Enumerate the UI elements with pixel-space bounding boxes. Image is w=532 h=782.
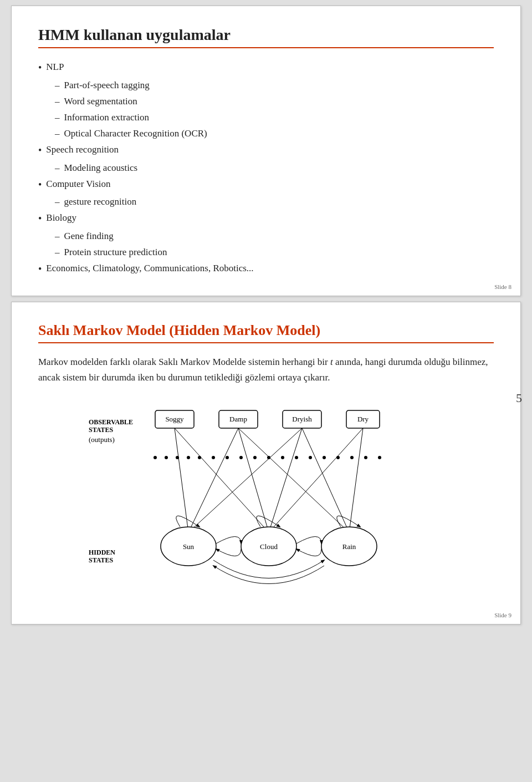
- list-item: – Information extraction: [55, 110, 494, 125]
- sun-label: Sun: [183, 542, 195, 551]
- item-label: Protein structure prediction: [64, 245, 167, 260]
- svg-point-16: [364, 456, 367, 459]
- svg-point-6: [226, 456, 229, 459]
- emission-line: [269, 428, 302, 532]
- svg-point-10: [281, 456, 284, 459]
- svg-point-3: [187, 456, 190, 459]
- list-item: – Modeling acoustics: [55, 160, 494, 176]
- content-list: • NLP – Part-of-speech tagging – Word se…: [38, 59, 494, 278]
- body-text-1: Markov modelden farklı olarak Saklı Mark…: [38, 357, 328, 367]
- svg-point-15: [350, 456, 354, 459]
- dash-icon: –: [55, 228, 60, 244]
- item-label: Computer Vision: [46, 176, 110, 192]
- dash-icon: –: [55, 126, 60, 141]
- item-label: Word segmentation: [64, 94, 137, 109]
- list-item: • Economics, Climatology, Communications…: [38, 261, 494, 278]
- svg-point-1: [165, 456, 168, 459]
- observable-label: OBSERVABLE: [89, 418, 133, 426]
- list-item: – gesture recognition: [55, 194, 494, 210]
- item-label: Economics, Climatology, Communications, …: [46, 261, 253, 276]
- rain-label: Rain: [342, 542, 356, 551]
- hmm-diagram: OBSERVABLE STATES (outputs) Soggy Damp D…: [38, 397, 494, 607]
- hmm-svg: OBSERVABLE STATES (outputs) Soggy Damp D…: [72, 397, 460, 607]
- svg-point-13: [323, 456, 326, 459]
- title-divider-2: [38, 342, 494, 343]
- item-label: NLP: [46, 59, 64, 75]
- transition-arc: [216, 549, 241, 556]
- svg-point-5: [212, 456, 215, 459]
- list-item: – Part-of-speech tagging: [55, 78, 494, 93]
- list-item: – Optical Character Recognition (OCR): [55, 126, 494, 141]
- transition-arc: [296, 536, 321, 544]
- slide-1: HMM kullanan uygulamalar • NLP – Part-of…: [11, 6, 521, 296]
- title-divider: [38, 47, 494, 48]
- svg-point-12: [309, 456, 312, 459]
- dash-icon: –: [55, 245, 60, 260]
- list-item: – Protein structure prediction: [55, 245, 494, 260]
- svg-point-8: [253, 456, 257, 459]
- page-number: 5: [516, 391, 522, 405]
- svg-point-11: [295, 456, 298, 459]
- svg-point-7: [239, 456, 243, 459]
- observable-label2: STATES: [89, 426, 114, 434]
- list-item: • NLP: [38, 59, 494, 77]
- bullet-icon: •: [38, 211, 42, 227]
- item-label: Speech recognition: [46, 142, 119, 158]
- transition-arc: [296, 549, 321, 556]
- item-label: gesture recognition: [64, 194, 137, 210]
- bullet-icon: •: [38, 261, 42, 278]
- dash-icon: –: [55, 110, 60, 125]
- long-arc: [213, 566, 324, 584]
- item-label: Part-of-speech tagging: [64, 78, 150, 93]
- emission-line: [238, 428, 269, 532]
- dash-icon: –: [55, 94, 60, 109]
- italic-word: t: [330, 357, 333, 367]
- slide-2-title: Saklı Markov Model (Hidden Markov Model): [38, 322, 494, 339]
- emission-line: [269, 428, 363, 532]
- transition-arc: [216, 536, 241, 544]
- soggy-label: Soggy: [165, 415, 184, 423]
- bullet-icon: •: [38, 143, 42, 159]
- emission-line: [188, 428, 302, 532]
- slide-2: Saklı Markov Model (Hidden Markov Model)…: [11, 302, 521, 624]
- svg-point-0: [154, 456, 157, 459]
- emission-line: [349, 428, 363, 532]
- dash-icon: –: [55, 194, 60, 210]
- slide-number: Slide 8: [494, 283, 511, 290]
- item-label: Modeling acoustics: [64, 160, 138, 176]
- dry-label: Dry: [357, 415, 369, 423]
- dash-icon: –: [55, 78, 60, 93]
- slide-1-title: HMM kullanan uygulamalar: [38, 26, 494, 44]
- slide2-body: Markov modelden farklı olarak Saklı Mark…: [38, 354, 494, 385]
- cloud-label: Cloud: [260, 542, 278, 551]
- dryish-label: Dryish: [292, 415, 312, 423]
- self-loop: [337, 516, 360, 527]
- emission-line: [188, 428, 238, 532]
- list-item: • Speech recognition: [38, 142, 494, 159]
- dash-icon: –: [55, 160, 60, 176]
- hidden-label2: STATES: [89, 556, 114, 564]
- hidden-label: HIDDEN: [89, 549, 115, 556]
- svg-point-4: [198, 456, 201, 459]
- outputs-label: (outputs): [89, 435, 115, 444]
- bullet-icon: •: [38, 60, 42, 77]
- slide-number-2: Slide 9: [494, 612, 511, 618]
- item-label: Gene finding: [64, 228, 114, 244]
- list-item: • Biology: [38, 210, 494, 227]
- item-label: Information extraction: [64, 110, 149, 125]
- dots-row: [154, 456, 381, 459]
- self-loop: [257, 516, 280, 527]
- item-label: Biology: [46, 210, 76, 226]
- svg-point-14: [336, 456, 340, 459]
- list-item: • Computer Vision: [38, 176, 494, 194]
- svg-point-17: [378, 456, 381, 459]
- list-item: – Gene finding: [55, 228, 494, 244]
- list-item: – Word segmentation: [55, 94, 494, 109]
- bullet-icon: •: [38, 177, 42, 194]
- damp-label: Damp: [229, 415, 247, 423]
- item-label: Optical Character Recognition (OCR): [64, 126, 207, 141]
